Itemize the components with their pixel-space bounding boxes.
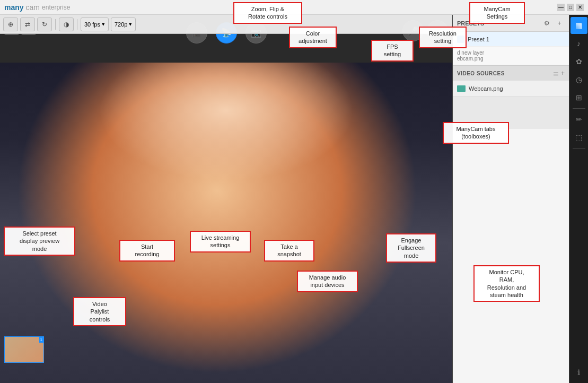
video-preview: [0, 34, 452, 383]
presets-header: PRESETS ⚙ +: [453, 15, 569, 32]
tab-separator-2: [573, 148, 585, 149]
tab-effects[interactable]: ✿: [571, 53, 587, 70]
resolution-value: 720p: [115, 21, 127, 28]
tab-draw[interactable]: ✏: [571, 111, 587, 128]
layer-info: d new layer ebcam.png: [453, 47, 569, 65]
close-button[interactable]: ✕: [576, 4, 584, 11]
presets-header-icons: ⚙ +: [541, 18, 565, 29]
info-button[interactable]: ℹ: [571, 364, 587, 381]
color-adjust-button[interactable]: ◑: [59, 18, 74, 31]
vs-webcam-icon: [457, 85, 466, 92]
resolution-dropdown[interactable]: 720p ▾: [111, 18, 136, 31]
fps-value: 30 fps: [84, 21, 100, 28]
presets-add-icon[interactable]: +: [554, 18, 565, 29]
rotate-button[interactable]: ↻: [37, 18, 52, 31]
maximize-button[interactable]: □: [567, 4, 574, 11]
vs-label: VIDEO SOURCES: [457, 71, 551, 76]
fps-dropdown[interactable]: 30 fps ▾: [81, 18, 109, 31]
presets-label: PRESETS: [457, 20, 541, 27]
top-toolbar: ⊕ ⇄ ↻ ◑ 30 fps ▾ 720p ▾: [0, 15, 452, 34]
tabs-panel: ▦ ♪ ✿ ◷ ⊞ ✏ ⬚ ℹ: [569, 15, 588, 383]
vs-add-button[interactable]: +: [561, 69, 565, 77]
minimize-button[interactable]: —: [557, 4, 565, 11]
flip-button[interactable]: ⇄: [20, 18, 35, 31]
toolbar-separator-1: [55, 19, 56, 30]
vs-webcam-text: Webcam.png: [469, 85, 503, 92]
video-sources: VIDEO SOURCES ⚌ + Webcam.png: [453, 65, 569, 129]
titlebar: manycam enterprise — □ ✕: [0, 0, 588, 15]
right-panel: PRESETS ⚙ + Preset 1 d new layer ebcam.p…: [452, 15, 569, 383]
layer-text-2: ebcam.png: [457, 56, 565, 62]
fps-chevron: ▾: [102, 21, 105, 28]
window-controls: — □ ✕: [557, 4, 584, 11]
vs-header: VIDEO SOURCES ⚌ +: [453, 66, 569, 81]
video-person-overlay: [0, 34, 452, 383]
logo-cam: cam: [26, 3, 40, 12]
presets-adjust-icon[interactable]: ⚙: [541, 18, 552, 29]
main-layout: ⊕ ⇄ ↻ ◑ 30 fps ▾ 720p ▾ ⠿ ≡: [0, 15, 588, 383]
logo-enterprise: enterprise: [42, 4, 70, 11]
tab-schedule[interactable]: ◷: [571, 71, 587, 88]
vs-item-webcam[interactable]: Webcam.png: [453, 81, 569, 97]
preset-item-text-1: Preset 1: [468, 36, 565, 42]
resolution-chevron: ▾: [129, 21, 132, 28]
layer-text-1: d new layer: [457, 50, 565, 56]
tab-audio[interactable]: ♪: [571, 35, 587, 52]
logo-many: many: [4, 3, 24, 12]
tab-presets[interactable]: ▦: [571, 17, 587, 34]
tab-media[interactable]: ⊞: [571, 89, 587, 106]
preset-item-1[interactable]: Preset 1: [453, 32, 569, 47]
tab-chroma[interactable]: ⬚: [571, 129, 587, 146]
presets-section: PRESETS ⚙ + Preset 1 d new layer ebcam.p…: [453, 15, 569, 383]
zoom-button[interactable]: ⊕: [3, 18, 18, 31]
preset-item-icon-1: [457, 36, 464, 43]
video-panel: ⊕ ⇄ ↻ ◑ 30 fps ▾ 720p ▾ ⠿ ≡: [0, 15, 452, 383]
app-logo: manycam enterprise: [4, 3, 70, 12]
toolbar-separator-2: [77, 19, 77, 30]
vs-adjust-button[interactable]: ⚌: [553, 69, 559, 77]
tab-separator: [573, 108, 585, 109]
